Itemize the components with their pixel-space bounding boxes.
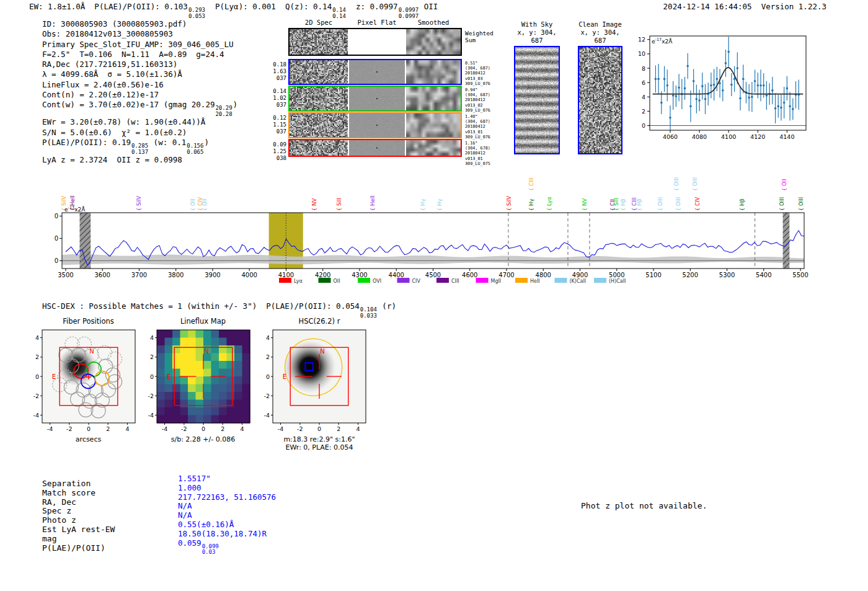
cutout-image-pixelflat (349, 29, 405, 55)
tick-or-label: 4060 (663, 133, 678, 140)
tick-or-label: OII (334, 278, 340, 284)
tick-or-label: 0 (266, 373, 270, 380)
emission-line-label: { SiII (613, 198, 619, 211)
match-row-value: 0.55(±0.16)Å (178, 520, 276, 530)
fiber-positions-plot: -4-4-2-2002244NE (31, 327, 146, 433)
stacked-uncertainty: 20.2920.28 (215, 105, 232, 117)
tick-or-label: 2 (106, 425, 110, 432)
cutout-2d-grid (288, 28, 463, 158)
tick-or-label: 0 (87, 425, 91, 432)
text-segment: EW: 1.8±1.0Å P(LAE)/P(OII): 0.103 (29, 2, 188, 11)
tick-or-label: 2 (337, 425, 340, 432)
emission-line-label: { CIV (694, 197, 701, 211)
text-segment: Obs: 20180412v013_3000805903 (42, 29, 173, 38)
tick-or-label: 12 (638, 36, 645, 43)
tick-or-label: -2 (264, 393, 270, 399)
cutout-row (288, 112, 462, 138)
text-segment: Cont(n) = 2.20(±0.12)e-17 (42, 90, 159, 99)
tick-or-label: 4700 (498, 272, 514, 278)
version-label: Version 1.22.3 (761, 2, 826, 11)
match-row-value: 1.5517" (178, 474, 276, 484)
hsc-xlabel-1: m:18.3 re:2.9" s:1.6" (260, 435, 378, 443)
text-segment: N/A (178, 501, 192, 510)
text-segment: N/A (178, 510, 192, 520)
tick-or-label: 4 (266, 334, 270, 341)
emission-line-label: { SiIV (136, 196, 142, 211)
cutout-image-smoothed (406, 140, 461, 156)
match-row-label: Match score (42, 489, 115, 498)
info-line: ID: 3000805903 (3000805903.pdf) (42, 19, 237, 29)
match-row-value: 217.722163, 51.160576 (178, 493, 276, 502)
with-sky-title: With Sky (514, 20, 560, 29)
tick-or-label: 0 (150, 373, 154, 380)
elixer-report-page: { "meta": {"datetime": "2024-12-14 16:44… (0, 0, 868, 591)
text-segment: 1.5517" (178, 474, 211, 483)
text-segment: OII (419, 2, 438, 11)
clean-image-panel: Clean Image x, y: 304, 687 (578, 20, 622, 154)
tick-or-label: -2 (66, 425, 72, 432)
emission-line-label: { Hγ (436, 198, 443, 211)
tick-or-label: -4 (47, 425, 53, 432)
match-row-label: P(LAE)/P(OII) (42, 544, 115, 553)
cutout-row-right-label: 1.16"(304, 678)20180412v013_01309_LU_075 (465, 141, 490, 166)
cutout-image-pixelflat (349, 140, 405, 156)
cutout-row-right-label: Weighted Sum (465, 30, 494, 43)
tick-or-label: 4 (240, 425, 244, 432)
cutout-row-left-label: 0.091.25038 (270, 141, 286, 162)
tick-or-label: 4 (35, 334, 39, 341)
emission-line-label: { OII (190, 198, 196, 211)
tick-or-label: 4 (125, 425, 129, 432)
tick-or-label: N (320, 348, 324, 355)
tick-or-label: 0 (202, 425, 205, 432)
match-row-value: 18.50(18.30,18.74)R (178, 530, 276, 539)
tick-or-label: 4300 (352, 272, 367, 278)
line-fit-plot: 02468101240604080410041204140e-17x2Å (632, 28, 828, 152)
text-segment: 0.55(±0.16)Å (178, 520, 234, 529)
tick-or-label: e-17x2Å (652, 37, 673, 45)
tick-or-label: 4100 (721, 133, 736, 140)
emission-line-label: { Lyα (546, 197, 552, 211)
cutout-row (288, 28, 462, 56)
tick-or-label: N (89, 348, 94, 355)
info-line: P(LAE)/P(OII): 0.190.2850.137 (w: 0.10.1… (42, 138, 237, 155)
tick-or-label: E (52, 373, 56, 380)
text-segment: HSC-DEX : Possible Matches = 1 (within +… (42, 301, 360, 311)
text-segment: Primary Spec_Slot_IFU_AMP: 309_046_005_L… (42, 40, 234, 49)
emission-line-label: { OIII (798, 197, 804, 211)
tick-or-label: 0 (642, 122, 645, 129)
lineflux-map-title: Lineflux Map (146, 317, 260, 327)
tick-or-label: E (167, 373, 170, 380)
cutout-row (288, 59, 462, 85)
clean-image-coords: x, y: 304, 687 (578, 29, 622, 45)
stacked-uncertainty: 0.09970.0997 (398, 7, 420, 19)
tick-or-label: N (204, 348, 208, 355)
column-title-smoothed: Smoothed (405, 19, 461, 26)
tick-or-label: 5400 (756, 272, 771, 278)
emission-line-label: { SiII (336, 198, 342, 211)
photz-note: Phot z plot not available. (581, 501, 707, 510)
text-segment: z: 0.0997 (347, 2, 398, 11)
text-segment: λ = 4099.68Å σ = 5.10(±1.36)Å (42, 69, 182, 79)
cutout-image-smoothed (406, 29, 461, 55)
tick-or-label: 6 (642, 79, 645, 86)
full-spectrum-plot: 0102035003600370038003900400041004200430… (55, 166, 814, 290)
emission-line-label: { OIII (657, 197, 663, 211)
tick-or-label: 0 (317, 425, 321, 432)
hsc-image-panel: HSC(26.2) r -4-4-2-2002244NE m:18.3 re:2… (260, 317, 378, 451)
tick-or-label: OVI (373, 278, 381, 284)
tick-or-label: MgII (491, 278, 502, 284)
emission-line-label: { NV (311, 198, 317, 211)
fiber-xlabel: arcsecs (31, 435, 146, 443)
with-sky-image (515, 47, 559, 153)
text-segment: 1.000 (178, 483, 202, 492)
cutout-row-right-label: 0.94"(304, 687)20180412v013_02309_LU_076 (465, 87, 490, 113)
tick-or-label: 5100 (645, 272, 661, 278)
summary-header: EW: 1.8±1.0Å P(LAE)/P(OII): 0.1030.2930.… (29, 2, 438, 19)
tick-or-label: 4400 (389, 272, 404, 278)
tick-or-label: 4600 (462, 272, 477, 278)
tick-or-label: 3600 (94, 272, 110, 278)
tick-or-label: CIII (451, 278, 459, 284)
emission-line-label: { OIII (692, 177, 698, 191)
fiber-positions-title: Fiber Positions (31, 317, 146, 327)
tick-or-label: (H)CaII (609, 278, 626, 284)
